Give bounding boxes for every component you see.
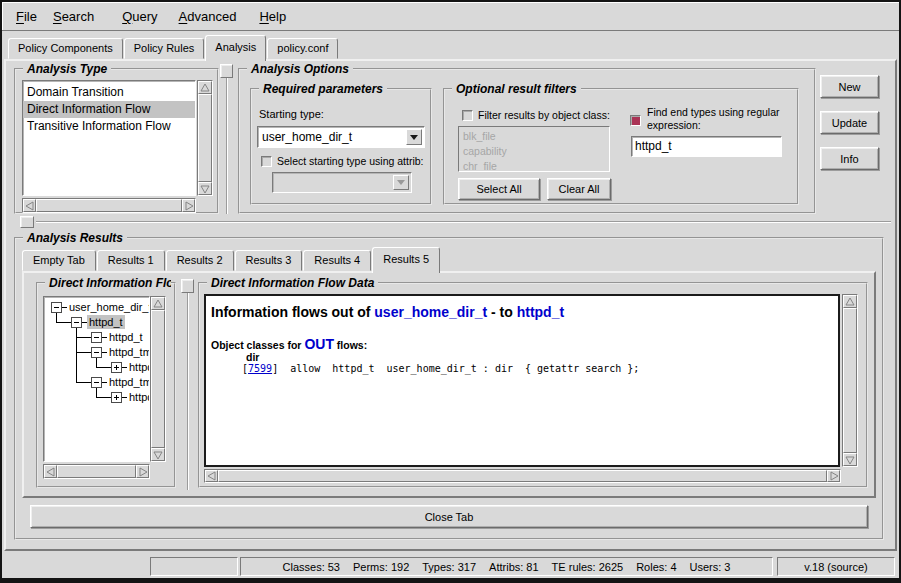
starting-type-dropdown-button[interactable] <box>406 129 422 145</box>
attrib-checkbox-label: Select starting type using attrib: <box>277 155 424 167</box>
analysis-type-hscrollbar[interactable] <box>22 198 196 213</box>
scroll-thumb[interactable] <box>36 199 182 212</box>
object-class-checkbox[interactable] <box>462 110 473 121</box>
tree-collapse-icon[interactable] <box>71 317 82 328</box>
menu-query[interactable]: Query <box>118 7 161 26</box>
tree-connector <box>76 382 91 383</box>
menu-advanced[interactable]: Advanced <box>175 7 241 26</box>
attrib-combobox <box>272 172 412 193</box>
flow-data-textarea[interactable]: Information flows out of user_home_dir_t… <box>204 294 840 467</box>
tree-collapse-icon[interactable] <box>91 347 102 358</box>
scroll-down-icon <box>200 184 210 194</box>
tree-node[interactable]: user_home_dir_t <box>67 300 150 314</box>
scroll-thumb[interactable] <box>57 465 136 478</box>
top-sash-handle[interactable] <box>220 64 233 78</box>
tree-expand-icon[interactable] <box>111 392 122 403</box>
tab-analysis[interactable]: Analysis <box>205 35 266 61</box>
select-all-button[interactable]: Select All <box>458 178 540 200</box>
analysis-type-vscrollbar[interactable] <box>197 80 213 196</box>
tree-node[interactable]: httpd_tmp_t <box>107 345 150 359</box>
scroll-right-button[interactable] <box>136 465 149 478</box>
scroll-down-button[interactable] <box>151 448 165 461</box>
tree-expand-icon[interactable] <box>111 362 122 373</box>
flow-source-type: user_home_dir_t <box>374 304 487 320</box>
tree-collapse-icon[interactable] <box>51 302 62 313</box>
scroll-right-icon <box>138 467 148 477</box>
allow-rule: [7599] allow httpd_t user_home_dir_t : d… <box>242 363 639 374</box>
tree-node[interactable]: httpd_t <box>87 315 125 329</box>
results-tab-results-5[interactable]: Results 5 <box>372 247 440 273</box>
status-stat: Types: 317 <box>422 561 476 573</box>
scroll-left-button[interactable] <box>23 199 36 212</box>
object-class-item: chr_file <box>463 159 605 172</box>
scroll-up-button[interactable] <box>198 81 212 94</box>
results-tab-results-4[interactable]: Results 4 <box>303 250 371 271</box>
clear-all-button[interactable]: Clear All <box>547 178 611 200</box>
starting-type-label: Starting type: <box>259 108 324 120</box>
scroll-down-button[interactable] <box>198 182 212 195</box>
scroll-down-icon <box>153 450 163 460</box>
scroll-up-button[interactable] <box>843 295 857 308</box>
tree-connector <box>76 337 91 338</box>
scroll-down-icon <box>845 455 855 465</box>
tree-collapse-icon[interactable] <box>91 377 102 388</box>
scroll-left-icon <box>46 467 56 477</box>
rule-id-link[interactable]: 7599 <box>248 363 272 374</box>
flow-tree-hscrollbar[interactable] <box>43 464 150 479</box>
tree-collapse-icon[interactable] <box>91 332 102 343</box>
update-button[interactable]: Update <box>820 111 879 134</box>
analysis-type-list[interactable]: Domain TransitionDirect Information Flow… <box>22 80 196 196</box>
regex-checkbox[interactable] <box>630 115 641 126</box>
regex-input[interactable]: httpd_t <box>631 136 782 157</box>
scroll-down-button[interactable] <box>843 453 857 466</box>
tree-connector <box>96 358 97 367</box>
status-stat: Users: 3 <box>690 561 731 573</box>
tree-node[interactable]: httpd_tmpfs_ <box>107 375 150 389</box>
starting-type-combobox[interactable]: user_home_dir_t <box>257 126 425 148</box>
tab-policy-components[interactable]: Policy Components <box>8 38 123 59</box>
analysis-type-item[interactable]: Domain Transition <box>23 84 195 101</box>
scroll-up-icon <box>153 299 163 309</box>
tree-node[interactable]: httpd_t <box>127 360 150 374</box>
scroll-thumb[interactable] <box>218 470 827 482</box>
close-tab-button[interactable]: Close Tab <box>30 505 868 528</box>
flow-tree[interactable]: user_home_dir_thttpd_thttpd_thttpd_tmp_t… <box>43 296 150 462</box>
tree-data-sash-handle[interactable] <box>181 279 194 293</box>
results-tab-results-1[interactable]: Results 1 <box>97 250 165 271</box>
menu-help[interactable]: Help <box>255 7 290 26</box>
scroll-right-button[interactable] <box>182 199 195 212</box>
tab-policy-rules[interactable]: Policy Rules <box>124 38 205 59</box>
flow-data-hscrollbar[interactable] <box>204 469 841 483</box>
attrib-dropdown-button <box>393 175 409 190</box>
scroll-left-button[interactable] <box>44 465 57 478</box>
analysis-type-item[interactable]: Transitive Information Flow <box>23 118 195 135</box>
info-button[interactable]: Info <box>820 147 879 170</box>
object-class-list: blk_filecapabilitychr_file <box>458 126 610 172</box>
scroll-left-button[interactable] <box>205 470 218 482</box>
scroll-up-button[interactable] <box>151 297 165 310</box>
tab-policy-conf[interactable]: policy.conf <box>267 38 338 59</box>
results-tab-empty-tab[interactable]: Empty Tab <box>22 250 96 271</box>
attrib-checkbox[interactable] <box>261 156 272 167</box>
tree-node[interactable]: httpd_t <box>107 330 145 344</box>
new-button[interactable]: New <box>820 75 879 98</box>
tree-node[interactable]: httpd_t <box>127 390 150 404</box>
status-empty-box <box>150 557 238 576</box>
regex-checkbox-label-line1: Find end types using regular <box>647 106 780 118</box>
menu-file[interactable]: File <box>12 7 41 26</box>
results-tab-results-2[interactable]: Results 2 <box>166 250 234 271</box>
menu-search[interactable]: Search <box>49 7 98 26</box>
results-tab-results-3[interactable]: Results 3 <box>235 250 303 271</box>
chevron-down-icon <box>410 135 418 140</box>
scroll-thumb[interactable] <box>843 308 857 453</box>
scroll-thumb[interactable] <box>151 310 165 448</box>
flow-tree-vscrollbar[interactable] <box>150 296 166 462</box>
scroll-thumb[interactable] <box>198 94 212 182</box>
status-stat: TE rules: 2625 <box>552 561 624 573</box>
flow-headline: Information flows out of user_home_dir_t… <box>211 304 564 320</box>
results-sash-handle[interactable] <box>20 216 34 228</box>
scroll-right-button[interactable] <box>827 470 840 482</box>
flow-data-vscrollbar[interactable] <box>842 294 858 467</box>
results-sash-line <box>36 221 891 223</box>
analysis-type-item[interactable]: Direct Information Flow <box>23 101 195 118</box>
